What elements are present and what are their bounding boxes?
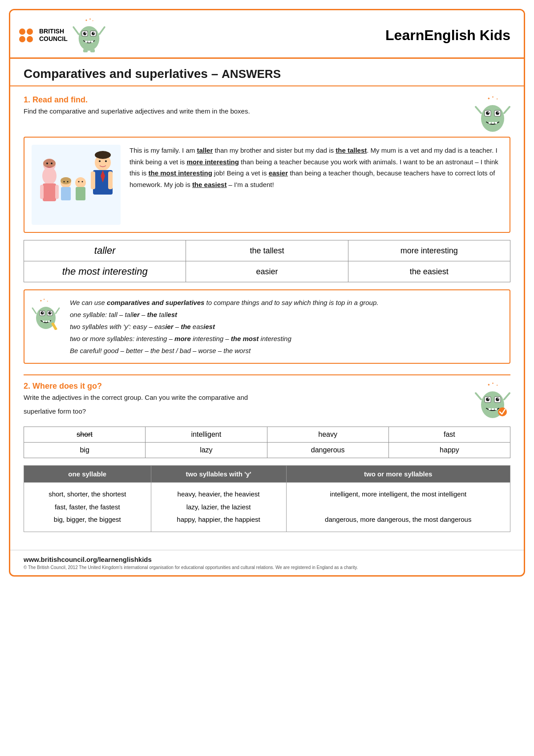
section2-monster-icon: ✦ ✦ ✦ [475, 382, 510, 419]
english-text: English [424, 27, 476, 43]
grammar-icon: ✦ ✦ ✦ [32, 297, 63, 332]
svg-line-88 [504, 393, 510, 399]
bc-line1: BRITISH [39, 28, 68, 35]
word-big: big [24, 443, 146, 458]
svg-rect-46 [76, 187, 85, 200]
svg-rect-69 [48, 321, 50, 322]
answer-cell-most-interesting: the most interesting [24, 261, 186, 282]
title-section: Comparatives and superlatives – ANSWERS [10, 59, 524, 86]
svg-point-83 [498, 398, 498, 399]
svg-point-36 [51, 163, 53, 164]
svg-rect-68 [45, 321, 47, 322]
bc-dot-1 [19, 28, 25, 35]
col-two-syllables-y: two syllables with 'y' [151, 466, 286, 483]
svg-point-48 [82, 181, 83, 183]
svg-rect-16 [90, 49, 95, 52]
section1-heading: 1. Read and find. [24, 95, 250, 105]
svg-rect-29 [495, 122, 497, 124]
two-syllables-y-data: heavy, heavier, the heaviest lazy, lazie… [151, 483, 286, 532]
answer-cell-easier: easier [186, 261, 348, 282]
svg-rect-14 [91, 41, 93, 42]
svg-text:✦: ✦ [92, 20, 94, 22]
word-dangerous: dangerous [267, 443, 388, 458]
svg-rect-84 [489, 408, 491, 410]
svg-text:✦: ✦ [85, 18, 88, 22]
svg-line-0 [73, 27, 79, 34]
svg-rect-27 [489, 122, 491, 124]
col-two-more-syllables: two or more syllables [286, 466, 510, 483]
svg-point-44 [67, 181, 69, 183]
section2-desc2: superlative form too? [24, 407, 475, 415]
learn-english-kids-logo: LearnEnglish Kids [385, 27, 510, 44]
svg-point-65 [42, 312, 43, 313]
svg-rect-37 [43, 183, 56, 201]
svg-rect-15 [83, 49, 88, 52]
svg-rect-52 [108, 171, 113, 189]
svg-text:✦: ✦ [492, 382, 494, 385]
family-image [32, 145, 121, 225]
kids-text: Kids [480, 27, 510, 43]
svg-point-42 [61, 177, 71, 184]
svg-point-56 [95, 151, 111, 159]
svg-text:✦: ✦ [496, 384, 498, 386]
svg-point-8 [83, 32, 86, 35]
main-content: 1. Read and find. Find the comparative a… [10, 86, 524, 550]
section2: 2. Where does it go? Write the adjective… [24, 382, 510, 532]
svg-rect-12 [85, 41, 87, 42]
class-data-row: short, shorter, the shortest fast, faste… [24, 483, 510, 532]
bc-text: BRITISH COUNCIL [39, 28, 68, 43]
answer-row-1: taller the tallest more interesting [24, 240, 510, 261]
svg-line-1 [99, 27, 105, 34]
main-title: Comparatives and superlatives – ANSWERS [24, 67, 510, 81]
svg-point-34 [43, 159, 56, 168]
grammar-line-4: Be careful! good – better – the best / b… [70, 345, 378, 357]
svg-text:✦: ✦ [43, 298, 45, 301]
answer-row-2: the most interesting easier the easiest [24, 261, 510, 282]
section-divider [24, 374, 510, 375]
one-syllable-data: short, shorter, the shortest fast, faste… [24, 483, 151, 532]
passage-text: This is my family. I am taller than my b… [129, 145, 502, 190]
word-short: short [24, 427, 146, 443]
section2-heading: 2. Where does it go? [24, 382, 475, 391]
word-easiest: the easiest [192, 181, 227, 188]
svg-point-64 [49, 312, 52, 315]
col-one-syllable: one syllable [24, 466, 151, 483]
word-most-interesting: the most interesting [149, 169, 212, 177]
two-more-syllables-data: intelligent, more intelligent, the most … [286, 483, 510, 532]
class-header-row: one syllable two syllables with 'y' two … [24, 466, 510, 483]
bc-line2: COUNCIL [39, 35, 68, 43]
svg-point-23 [486, 111, 490, 115]
svg-line-70 [32, 308, 36, 313]
svg-point-5 [79, 26, 100, 51]
section1-header-row: 1. Read and find. Find the comparative a… [24, 95, 510, 133]
word-lazy: lazy [146, 443, 267, 458]
grammar-line-2: two syllables with 'y': easy – easier – … [70, 321, 378, 333]
footer: www.britishcouncil.org/learnenglishkids … [10, 550, 524, 575]
svg-line-87 [476, 393, 481, 399]
svg-point-10 [85, 33, 86, 33]
svg-text:✦: ✦ [496, 98, 498, 100]
section1-header-left: 1. Read and find. Find the comparative a… [24, 95, 250, 121]
svg-point-35 [46, 163, 48, 164]
section1-monster-icon: ✦ ✦ ✦ [475, 95, 510, 133]
grammar-line-1: one syllable: tall – taller – the talles… [70, 309, 378, 321]
exercise1-box: This is my family. I am taller than my b… [24, 137, 510, 233]
word-intelligent: intelligent [146, 427, 267, 443]
svg-text:✦: ✦ [89, 18, 91, 20]
svg-point-54 [105, 160, 107, 162]
svg-line-31 [504, 107, 510, 113]
svg-rect-28 [492, 122, 494, 124]
svg-point-82 [488, 398, 489, 399]
grammar-line-intro: We can use comparatives and superlatives… [70, 297, 378, 309]
bc-dot-3 [19, 36, 25, 42]
svg-rect-13 [88, 41, 90, 42]
answers-label: ANSWERS [222, 67, 281, 81]
word-heavy: heavy [267, 427, 388, 443]
svg-point-25 [488, 112, 489, 113]
bc-dots [19, 28, 33, 42]
svg-rect-51 [91, 171, 95, 189]
footer-url: www.britishcouncil.org/learnenglishkids [24, 556, 510, 563]
svg-point-20 [481, 105, 504, 132]
bc-dot-4 [27, 36, 33, 42]
svg-text:✦: ✦ [47, 300, 49, 302]
